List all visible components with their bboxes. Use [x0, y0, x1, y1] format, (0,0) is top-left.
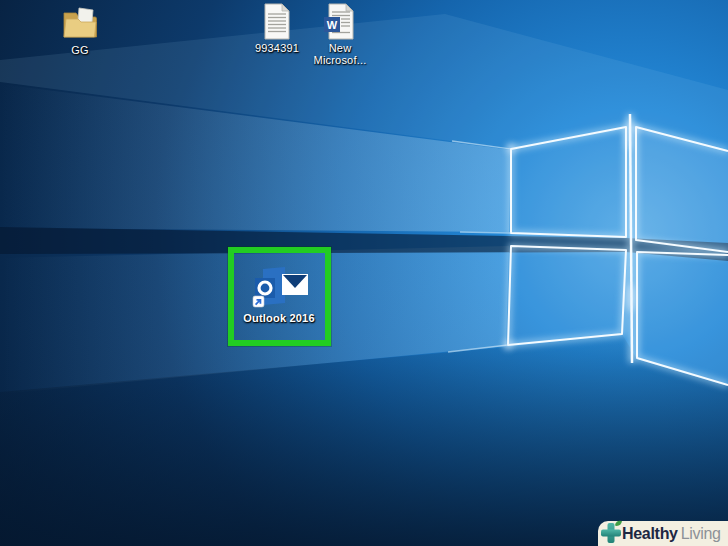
healthy-living-watermark: HealthyLiving [598, 521, 728, 546]
desktop-icon-outlook-2016[interactable]: Outlook 2016 [234, 262, 324, 324]
desktop-icon-new-microsoft-word[interactable]: W New Microsof... [295, 3, 385, 66]
folder-icon [60, 4, 100, 42]
outlook-icon [247, 262, 311, 310]
watermark-text-primary: Healthy [622, 525, 678, 543]
desktop-icon-gg[interactable]: GG [35, 4, 125, 56]
word-document-icon: W [323, 3, 357, 40]
icon-label: New Microsof... [295, 42, 385, 66]
svg-text:W: W [327, 19, 338, 31]
icon-label: GG [35, 44, 125, 56]
plus-leaf-icon [599, 519, 623, 545]
shortcut-arrow-icon [253, 296, 264, 307]
icon-label: Outlook 2016 [234, 312, 324, 324]
desktop[interactable]: GG 9934391 [0, 0, 728, 546]
windows-10-wallpaper [0, 0, 728, 546]
text-document-icon [261, 3, 293, 40]
watermark-text-secondary: Living [681, 525, 721, 543]
